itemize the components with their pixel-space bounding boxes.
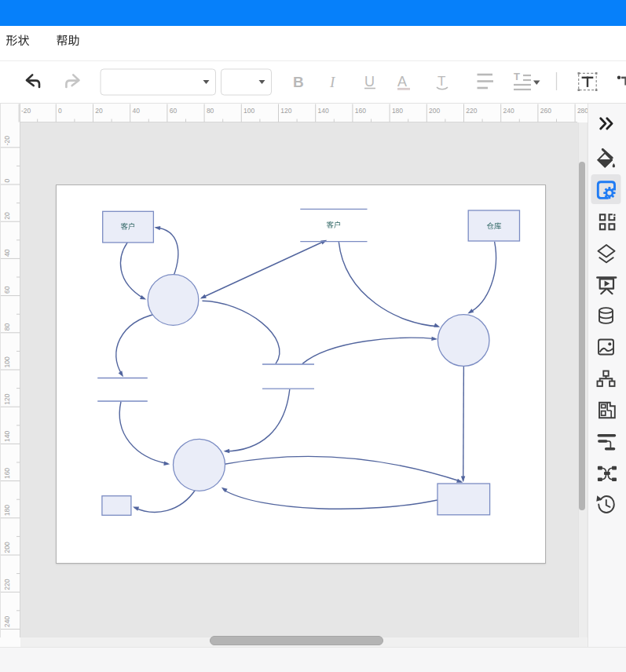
svg-text:U: U xyxy=(364,74,375,89)
svg-text:180: 180 xyxy=(392,107,403,115)
svg-text:T: T xyxy=(437,74,445,89)
svg-text:200: 200 xyxy=(429,107,440,115)
svg-text:280: 280 xyxy=(577,107,588,115)
svg-text:220: 220 xyxy=(466,107,477,115)
svg-text:100: 100 xyxy=(243,107,254,115)
svg-text:T: T xyxy=(514,71,520,82)
svg-text:80: 80 xyxy=(207,107,214,115)
svg-text:A: A xyxy=(397,74,407,89)
svg-text:240: 240 xyxy=(503,107,514,115)
svg-text:40: 40 xyxy=(133,107,141,115)
svg-text:140: 140 xyxy=(318,107,329,115)
svg-text:20: 20 xyxy=(95,107,103,115)
svg-text:260: 260 xyxy=(540,107,551,115)
svg-text:I: I xyxy=(329,74,336,90)
svg-text:60: 60 xyxy=(170,107,178,115)
svg-text:0: 0 xyxy=(58,107,62,115)
svg-text:120: 120 xyxy=(280,107,291,115)
svg-text:-20: -20 xyxy=(21,107,31,115)
svg-text:160: 160 xyxy=(355,107,366,115)
svg-text:B: B xyxy=(293,74,304,90)
